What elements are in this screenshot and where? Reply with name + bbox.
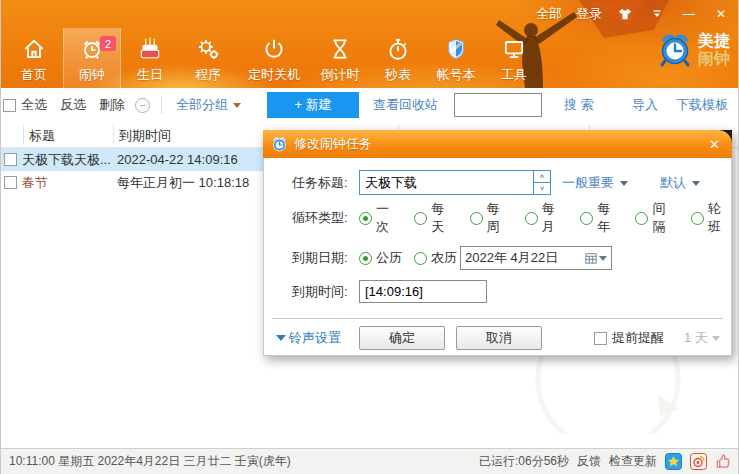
group-filter-dropdown[interactable]: 全部分组 bbox=[176, 96, 241, 114]
thumbs-up-icon[interactable] bbox=[715, 453, 732, 470]
spinner-down-icon[interactable]: ˅ bbox=[534, 183, 550, 194]
radio-label: 公历 bbox=[376, 249, 402, 267]
menu-dropdown-icon[interactable] bbox=[648, 6, 666, 22]
row-checkbox[interactable] bbox=[4, 153, 17, 166]
alarm-count-badge: 2 bbox=[100, 36, 116, 51]
date-picker[interactable]: 2022年 4月22日 bbox=[460, 246, 612, 270]
radio-daily[interactable]: 每天 bbox=[414, 200, 454, 236]
ringtone-group-label: 默认 bbox=[660, 175, 686, 190]
chevron-down-icon bbox=[692, 181, 700, 186]
radio-shift[interactable]: 轮班 bbox=[691, 200, 731, 236]
radio-lunar[interactable]: 农历 bbox=[414, 249, 457, 267]
search-button[interactable]: 搜 索 bbox=[564, 96, 594, 114]
remind-early-checkbox[interactable] bbox=[594, 332, 607, 345]
toolbar-item-home[interactable]: 首页 bbox=[5, 28, 63, 88]
task-title-input[interactable] bbox=[360, 171, 533, 194]
toolbar-item-label: 首页 bbox=[21, 66, 47, 84]
date-value: 2022年 4月22日 bbox=[465, 249, 585, 267]
chevron-down-icon bbox=[712, 336, 720, 341]
feedback-link[interactable]: 反馈 bbox=[577, 453, 601, 470]
expand-down-icon bbox=[276, 335, 286, 341]
collapse-icon[interactable]: − bbox=[135, 98, 150, 113]
skin-icon[interactable] bbox=[616, 6, 634, 22]
dialog-titlebar[interactable]: 修改闹钟任务 ✕ bbox=[263, 130, 732, 158]
toolbar-item-countdown[interactable]: 倒计时 bbox=[311, 28, 369, 88]
minimize-button[interactable]: — bbox=[680, 6, 698, 22]
app-logo-clock-icon bbox=[657, 32, 693, 68]
remind-value-label: 1 天 bbox=[684, 329, 708, 347]
check-update-link[interactable]: 检查更新 bbox=[609, 453, 657, 470]
radio-yearly[interactable]: 每年 bbox=[580, 200, 620, 236]
toolbar-item-tools[interactable]: 工具 bbox=[485, 28, 543, 88]
radio-interval[interactable]: 间隔 bbox=[635, 200, 675, 236]
qzone-share-icon[interactable] bbox=[665, 453, 682, 470]
toolbar-item-shutdown[interactable]: 定时关机 bbox=[237, 28, 311, 88]
hourglass-icon bbox=[327, 33, 353, 65]
toolbar-item-label: 程序 bbox=[195, 66, 221, 84]
table-row[interactable]: 春节 每年正月初一 10:18:18 bbox=[1, 171, 261, 194]
task-title-row: 任务标题: ˄ ˅ 一般重要 默认 bbox=[264, 170, 731, 195]
remind-value-dropdown[interactable]: 1 天 bbox=[684, 329, 720, 347]
column-header-due[interactable]: 到期时间 bbox=[119, 127, 171, 145]
status-runtime: 已运行:06分56秒 bbox=[479, 453, 569, 470]
table-row[interactable]: 天极下载天极... 2022-04-22 14:09:16 bbox=[1, 148, 263, 171]
download-template-link[interactable]: 下载模板 bbox=[676, 96, 728, 114]
select-all-link[interactable]: 全选 bbox=[21, 96, 47, 114]
radio-label: 农历 bbox=[431, 249, 457, 267]
row-title: 春节 bbox=[22, 174, 48, 192]
cancel-button[interactable]: 取消 bbox=[456, 326, 542, 350]
radio-weekly[interactable]: 每周 bbox=[470, 200, 510, 236]
recycle-bin-link[interactable]: 查看回收站 bbox=[373, 96, 438, 114]
toolbar-item-birthday[interactable]: 生日 bbox=[121, 28, 179, 88]
weibo-share-icon[interactable] bbox=[690, 453, 707, 470]
ringtone-group-dropdown[interactable]: 默认 bbox=[660, 174, 700, 192]
chevron-down-icon bbox=[233, 103, 241, 108]
ringtone-settings-link[interactable]: 铃声设置 bbox=[276, 329, 341, 347]
due-time-row: 到期时间: bbox=[264, 280, 731, 303]
task-title-label: 任务标题: bbox=[292, 174, 348, 192]
search-input[interactable] bbox=[454, 93, 542, 117]
radio-solar[interactable]: 公历 bbox=[359, 249, 402, 267]
select-all-checkbox[interactable] bbox=[3, 99, 16, 112]
radio-label: 每年 bbox=[597, 200, 620, 236]
close-button[interactable]: ✕ bbox=[712, 6, 730, 22]
due-time-input[interactable] bbox=[359, 280, 487, 303]
calendar-icon bbox=[585, 252, 597, 264]
toolbar-item-stopwatch[interactable]: 秒表 bbox=[369, 28, 427, 88]
toolbar-item-accounts[interactable]: 帐号本 bbox=[427, 28, 485, 88]
invert-select-link[interactable]: 反选 bbox=[60, 96, 86, 114]
status-bar: 10:11:00 星期五 2022年4月22日 三月廿二 壬寅(虎年) 已运行:… bbox=[1, 448, 739, 474]
spinner-up-icon[interactable]: ˄ bbox=[534, 171, 550, 183]
radio-label: 一次 bbox=[376, 200, 399, 236]
logo-text-line1: 美捷 bbox=[698, 32, 730, 50]
radio-icon bbox=[580, 212, 593, 225]
toolbar-item-label: 工具 bbox=[501, 66, 527, 84]
repeat-type-label: 循环类型: bbox=[292, 209, 348, 227]
toolbar-item-label: 闹钟 bbox=[79, 66, 105, 84]
monitor-icon bbox=[501, 33, 527, 65]
priority-dropdown[interactable]: 一般重要 bbox=[562, 174, 628, 192]
ok-button[interactable]: 确定 bbox=[359, 326, 445, 350]
action-bar: 全选 反选 删除 − 全部分组 + 新建 查看回收站 搜 索 导入 下载模板 bbox=[1, 88, 739, 122]
column-header-title[interactable]: 标题 bbox=[29, 127, 55, 145]
new-task-button[interactable]: + 新建 bbox=[267, 92, 359, 118]
app-window: 全部 登录 — ✕ 首页 闹钟 2 生日 bbox=[0, 0, 739, 474]
toolbar-item-programs[interactable]: 程序 bbox=[179, 28, 237, 88]
radio-icon bbox=[635, 212, 648, 225]
remind-early-option[interactable]: 提前提醒 bbox=[594, 329, 664, 347]
titlebar-login-link[interactable]: 登录 bbox=[576, 5, 602, 23]
radio-once[interactable]: 一次 bbox=[359, 200, 399, 236]
radio-icon bbox=[691, 212, 704, 225]
radio-label: 间隔 bbox=[652, 200, 675, 236]
delete-link[interactable]: 删除 bbox=[99, 96, 125, 114]
row-checkbox[interactable] bbox=[4, 176, 17, 189]
radio-monthly[interactable]: 每月 bbox=[525, 200, 565, 236]
column-separator[interactable] bbox=[113, 125, 114, 145]
toolbar-item-label: 秒表 bbox=[385, 66, 411, 84]
toolbar-item-alarms[interactable]: 闹钟 2 bbox=[63, 28, 121, 88]
titlebar-all-link[interactable]: 全部 bbox=[536, 5, 562, 23]
dialog-close-button[interactable]: ✕ bbox=[705, 137, 724, 152]
import-link[interactable]: 导入 bbox=[632, 96, 658, 114]
task-title-field-wrap: ˄ ˅ bbox=[359, 170, 551, 195]
chevron-down-icon bbox=[620, 181, 628, 186]
